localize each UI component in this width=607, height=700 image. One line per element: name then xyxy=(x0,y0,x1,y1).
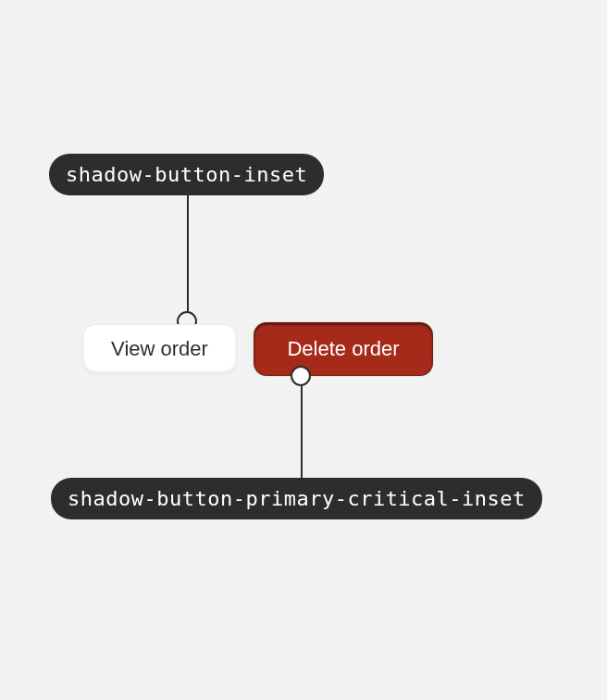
connector-line-top xyxy=(187,194,189,324)
delete-order-button[interactable]: Delete order xyxy=(254,322,433,376)
connector-line-bottom xyxy=(301,385,303,478)
token-label-bottom: shadow-button-primary-critical-inset xyxy=(51,478,542,519)
view-order-button-label: View order xyxy=(111,337,208,361)
connector-dot-bottom xyxy=(291,366,311,386)
view-order-button[interactable]: View order xyxy=(82,324,237,374)
token-label-top: shadow-button-inset xyxy=(49,154,324,195)
delete-order-button-label: Delete order xyxy=(287,337,399,361)
